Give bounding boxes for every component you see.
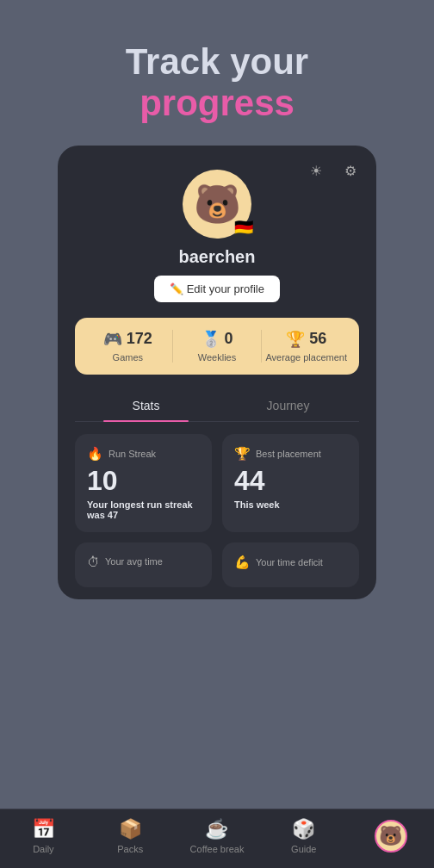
run-streak-sub: Your longest run streak was 47 [87, 499, 200, 520]
daily-icon: 📅 [32, 818, 54, 840]
profile-section: 🐻 🇩🇪 baerchen ✏️ Edit your profile [75, 170, 359, 302]
games-label: Games [113, 352, 143, 363]
guide-label: Guide [291, 844, 316, 854]
tab-stats[interactable]: Stats [75, 390, 217, 421]
profile-avatar-nav: 🐻 [375, 820, 407, 852]
coffee-label: Coffee break [190, 844, 245, 854]
main-card: ☀ ⚙ 🐻 🇩🇪 baerchen ✏️ Edit your profile 🎮… [58, 146, 376, 599]
metric-best-placement: 🏆 Best placement 44 This week [222, 434, 359, 532]
username: baerchen [179, 247, 256, 267]
stats-weeklies: 🥈 0 Weeklies [172, 330, 262, 363]
best-placement-icon: 🏆 [234, 446, 251, 462]
bottom-nav: 📅 Daily 📦 Packs ☕ Coffee break 🎲 Guide 🐻 [0, 809, 434, 868]
avatar: 🐻 🇩🇪 [183, 170, 251, 239]
header-line1: Track your [126, 41, 308, 83]
placement-label: Average placement [265, 352, 347, 363]
placement-value: 56 [309, 330, 326, 348]
sun-icon[interactable]: ☀ [304, 159, 328, 183]
weeklies-icon: 🥈 [202, 330, 220, 349]
packs-icon: 📦 [119, 818, 141, 840]
nav-profile[interactable]: 🐻 [347, 820, 434, 852]
coffee-icon: ☕ [206, 818, 228, 840]
nav-guide[interactable]: 🎲 Guide [260, 818, 347, 854]
tab-journey[interactable]: Journey [217, 390, 359, 421]
metric-avg-time: ⏱ Your avg time [75, 542, 212, 587]
avg-time-icon: ⏱ [87, 555, 100, 569]
avg-time-title: Your avg time [105, 556, 163, 567]
stats-games: 🎮 172 Games [84, 330, 172, 363]
time-deficit-title: Your time deficit [256, 557, 323, 567]
weeklies-label: Weeklies [198, 352, 236, 363]
metric-run-streak: 🔥 Run Streak 10 Your longest run streak … [75, 434, 212, 532]
daily-label: Daily [33, 844, 53, 854]
guide-icon: 🎲 [293, 818, 315, 840]
header-section: Track your progress [126, 41, 308, 125]
stats-bar: 🎮 172 Games 🥈 0 Weeklies 🏆 56 Average pl… [75, 318, 359, 375]
tabs: Stats Journey [75, 390, 359, 422]
run-streak-value: 10 [87, 467, 200, 494]
best-placement-sub: This week [234, 499, 347, 510]
stats-placement: 🏆 56 Average placement [261, 330, 350, 363]
run-streak-title: Run Streak [108, 449, 156, 459]
gear-icon[interactable]: ⚙ [338, 159, 363, 183]
header-line2: progress [126, 83, 308, 124]
nav-coffee[interactable]: ☕ Coffee break [174, 818, 261, 854]
flag-emoji: 🇩🇪 [234, 218, 253, 237]
nav-packs[interactable]: 📦 Packs [87, 818, 174, 854]
games-value: 172 [127, 330, 152, 348]
metrics-grid: 🔥 Run Streak 10 Your longest run streak … [75, 422, 359, 599]
weeklies-value: 0 [225, 330, 233, 348]
edit-profile-button[interactable]: ✏️ Edit your profile [154, 276, 280, 302]
best-placement-title: Best placement [256, 449, 321, 459]
metric-time-deficit: 💪 Your time deficit [222, 542, 359, 587]
card-icons: ☀ ⚙ [304, 159, 363, 183]
best-placement-value: 44 [234, 467, 347, 494]
nav-daily[interactable]: 📅 Daily [0, 818, 87, 854]
games-icon: 🎮 [103, 330, 122, 349]
run-streak-icon: 🔥 [87, 446, 103, 462]
time-deficit-icon: 💪 [234, 555, 251, 570]
packs-label: Packs [117, 844, 143, 854]
placement-icon: 🏆 [286, 330, 305, 349]
